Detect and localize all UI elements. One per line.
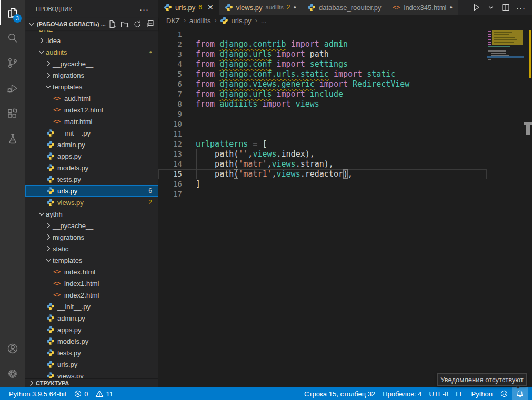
tree-item-index12.html[interactable]: <>index12.html (25, 104, 158, 116)
status-language-mode[interactable]: Python (468, 387, 496, 400)
activity-item-account[interactable] (0, 336, 25, 361)
tree-item-.idea[interactable]: .idea (25, 35, 158, 46)
outline-section-header[interactable]: СТРУКТУРА (25, 378, 158, 387)
tree-item-__init__.py[interactable]: __init__.py (25, 301, 158, 312)
editor-scrollbar[interactable] (524, 0, 532, 387)
status-label: 0 (84, 390, 88, 398)
tree-item-tests.py[interactable]: tests.py (25, 173, 158, 185)
tab-views.py[interactable]: views.pyaudiiits2● (219, 0, 302, 15)
tree-item-views.py[interactable]: views.py2 (25, 197, 158, 208)
tree-item-label: .idea (46, 37, 61, 45)
tree-item-DKZ[interactable]: DKZ● (25, 30, 158, 35)
status-errors[interactable]: 0 (70, 387, 92, 400)
tree-item-__pycache__[interactable]: __pycache__ (25, 58, 158, 69)
activity-item-settings[interactable] (0, 361, 25, 386)
tab-index345.html[interactable]: <>index345.html● (387, 0, 458, 15)
activity-bar-top: 3 (0, 0, 25, 151)
breadcrumb-label: audiiits (189, 17, 210, 25)
breadcrumb-item-audiiits[interactable]: audiiits (189, 17, 210, 25)
run-icon[interactable] (472, 3, 480, 12)
tree-item-migrations[interactable]: migrations (25, 69, 158, 81)
tree-item-apps.py[interactable]: apps.py (25, 150, 158, 162)
activity-item-source-control[interactable] (0, 50, 25, 76)
tree-item-admin.py[interactable]: admin.py (25, 312, 158, 324)
breadcrumb-separator: › (255, 17, 257, 24)
new-folder-icon[interactable] (121, 20, 129, 28)
tree-item-index.html[interactable]: <>index.html (25, 266, 158, 278)
activity-item-run-debug[interactable] (0, 76, 25, 101)
tree-item-__pycache__[interactable]: __pycache__ (25, 220, 158, 231)
tree-item-static[interactable]: static (25, 243, 158, 254)
tree-item-index1.html[interactable]: <>index1.html (25, 278, 158, 289)
tab-database_roouter.py[interactable]: database_roouter.py (302, 0, 387, 15)
new-file-icon[interactable] (108, 20, 116, 28)
python-file-icon (46, 152, 55, 160)
status-notifications[interactable] (512, 387, 528, 400)
minimap-keyword-mark (488, 39, 491, 40)
tree-item-admin.py[interactable]: admin.py (25, 139, 158, 150)
status-indentation[interactable]: Пробелов: 4 (379, 387, 425, 400)
minimap-line (494, 42, 514, 43)
tab-close-icon[interactable]: ✕ (207, 3, 214, 12)
status-feedback[interactable] (496, 387, 512, 400)
python-file-icon (307, 3, 316, 12)
tree-item-apps.py[interactable]: apps.py (25, 324, 158, 335)
tree-item-models.py[interactable]: models.py (25, 162, 158, 173)
activity-item-explorer[interactable]: 3 (0, 0, 25, 25)
sidebar-more-actions-button[interactable]: ··· (139, 5, 149, 14)
svg-text:<>: <> (53, 106, 61, 114)
status-eol[interactable]: LF (452, 387, 467, 400)
tree-item-views.py[interactable]: views.py (25, 370, 158, 378)
svg-text:<>: <> (53, 268, 61, 275)
line-number: 10 (158, 119, 182, 129)
tree-item-label: tests.py (57, 349, 81, 357)
tree-item-label: apps.py (57, 152, 82, 160)
workspace-section-header[interactable]: (РАБОЧАЯ ОБЛАСТЬ) ... (25, 18, 158, 30)
breadcrumb-item-DKZ[interactable]: DKZ (166, 17, 180, 25)
svg-text:<>: <> (53, 95, 61, 102)
status-python-interpreter[interactable]: Python 3.9.5 64-bit (5, 387, 70, 400)
status-encoding[interactable]: UTF-8 (426, 387, 453, 400)
tree-item-tests.py[interactable]: tests.py (25, 347, 158, 358)
python-file-icon (46, 302, 55, 311)
collapse-all-icon[interactable] (146, 20, 154, 28)
tree-item-label: tests.py (57, 176, 81, 183)
breadcrumb-item-urls.py[interactable]: urls.py (220, 16, 251, 25)
tree-item-aythh[interactable]: aythh (25, 208, 158, 220)
tree-item-urls.py[interactable]: urls.py (25, 358, 158, 370)
code-line-17: 17 (158, 189, 487, 199)
tree-item-__init__.py[interactable]: __init__.py (25, 127, 158, 139)
tab-urls.py[interactable]: urls.py6✕ (158, 0, 219, 15)
tree-item-models.py[interactable]: models.py (25, 335, 158, 347)
tree-item-migrations[interactable]: migrations (25, 231, 158, 243)
refresh-icon[interactable] (133, 20, 142, 28)
activity-badge: 3 (13, 14, 22, 23)
tree-item-index2.html[interactable]: <>index2.html (25, 289, 158, 301)
account-icon (6, 342, 19, 355)
tree-item-label: admin.py (57, 314, 85, 322)
tree-item-templates[interactable]: templates (25, 254, 158, 266)
python-file-icon (46, 372, 55, 378)
activity-item-testing[interactable] (0, 126, 25, 151)
tree-item-audiiits[interactable]: audiiits● (25, 46, 158, 58)
status-cursor-position[interactable]: Строка 15, столбец 32 (300, 387, 379, 400)
status-warnings[interactable]: 11 (92, 387, 117, 400)
tree-item-urls.py[interactable]: urls.py6 (25, 185, 158, 197)
python-file-icon (46, 325, 55, 334)
code-editor[interactable]: 12from django.contrib import admin3from … (158, 26, 532, 387)
activity-item-search[interactable] (0, 25, 25, 50)
minimap-line (491, 55, 509, 56)
chevron-right-icon (44, 59, 53, 68)
tab-label: index345.html (404, 4, 447, 12)
activity-item-extensions[interactable] (0, 101, 25, 126)
tab-label: database_roouter.py (319, 4, 382, 12)
chevron-right-icon (44, 71, 53, 79)
tree-item-label: views.py (57, 199, 84, 207)
tree-item-aud.html[interactable]: <>aud.html (25, 93, 158, 104)
breadcrumb-item-...[interactable]: ... (261, 17, 267, 25)
minimap[interactable] (487, 0, 524, 387)
tree-item-matr.html[interactable]: <>matr.html (25, 116, 158, 127)
line-number: 1 (158, 29, 182, 39)
tree-item-templates[interactable]: templates (25, 81, 158, 93)
python-file-icon (225, 3, 233, 12)
